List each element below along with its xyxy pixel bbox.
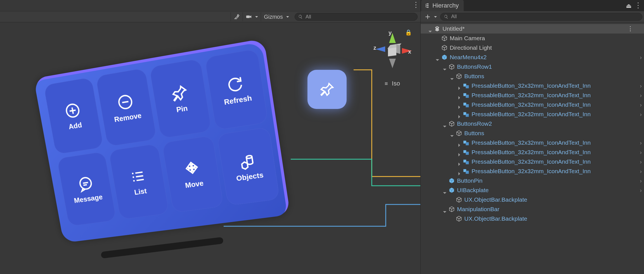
- foldout-toggle[interactable]: [458, 140, 462, 145]
- scene-viewport[interactable]: 🔒 y x z Iso Add Remove Pin Refresh Messa…: [0, 22, 420, 274]
- open-prefab-icon[interactable]: ›: [640, 110, 642, 119]
- hierarchy-row[interactable]: NearMenu4x2›: [421, 53, 644, 62]
- foldout-toggle[interactable]: [458, 93, 462, 97]
- foldout-toggle[interactable]: [428, 27, 433, 31]
- hierarchy-row[interactable]: Main Camera: [421, 34, 644, 43]
- menu-button-remove[interactable]: Remove: [96, 68, 157, 147]
- near-menu-object[interactable]: Add Remove Pin Refresh Message List Move…: [42, 59, 277, 232]
- camera-dropdown-button[interactable]: [243, 12, 261, 21]
- hierarchy-row-label: Buttons: [464, 72, 484, 81]
- open-prefab-icon[interactable]: ›: [640, 100, 642, 109]
- hierarchy-row[interactable]: Directional Light: [421, 43, 644, 53]
- hierarchy-row-label: PressableButton_32x32mm_IconAndText_Inn: [472, 157, 591, 166]
- foldout-toggle[interactable]: [458, 112, 462, 116]
- foldout-toggle[interactable]: [450, 197, 455, 202]
- move-icon: [182, 159, 202, 178]
- unlock-icon[interactable]: ⏏: [626, 2, 632, 9]
- foldout-toggle[interactable]: [436, 55, 440, 59]
- open-prefab-icon[interactable]: ›: [640, 157, 642, 166]
- menu-button-move[interactable]: Move: [162, 135, 224, 213]
- go-icon: [456, 216, 462, 222]
- menu-button-objects[interactable]: Objects: [217, 127, 280, 206]
- hierarchy-toolbar: ＋ All: [421, 11, 644, 22]
- foldout-toggle[interactable]: [458, 159, 462, 164]
- search-icon: [444, 15, 448, 19]
- hierarchy-row[interactable]: Untitled*⋮: [421, 24, 644, 34]
- lock-icon[interactable]: 🔒: [405, 29, 412, 36]
- hierarchy-row[interactable]: PressableButton_32x32mm_IconAndText_Inn›: [421, 90, 644, 100]
- foldout-toggle[interactable]: [436, 46, 440, 50]
- open-prefab-icon[interactable]: ›: [640, 186, 642, 195]
- hierarchy-row[interactable]: PressableButton_32x32mm_IconAndText_Inn›: [421, 81, 644, 90]
- hierarchy-row[interactable]: Buttons: [421, 128, 644, 138]
- foldout-toggle[interactable]: [443, 121, 448, 126]
- hierarchy-row[interactable]: UIBackplate›: [421, 185, 644, 195]
- open-prefab-icon[interactable]: ›: [640, 91, 642, 100]
- hierarchy-row[interactable]: PressableButton_32x32mm_IconAndText_Inn›: [421, 138, 644, 147]
- hierarchy-row[interactable]: PressableButton_32x32mm_IconAndText_Inn›: [421, 166, 644, 176]
- hierarchy-row[interactable]: ButtonPin›: [421, 176, 644, 185]
- menu-button-list[interactable]: List: [108, 144, 169, 220]
- create-dropdown-button[interactable]: ＋: [422, 11, 438, 22]
- hierarchy-row[interactable]: PressableButton_32x32mm_IconAndText_Inn›: [421, 147, 644, 157]
- orientation-gizmo[interactable]: 🔒 y x z Iso: [370, 28, 409, 84]
- message-icon: [76, 175, 95, 193]
- camera-icon: [246, 14, 252, 20]
- hierarchy-row[interactable]: UX.ObjectBar.Backplate: [421, 195, 644, 204]
- axis-neg-y-cone[interactable]: [389, 59, 396, 68]
- menu-button-label: Objects: [236, 171, 264, 183]
- foldout-toggle[interactable]: [436, 36, 440, 40]
- foldout-toggle[interactable]: [458, 169, 462, 173]
- open-prefab-icon[interactable]: ›: [640, 81, 642, 90]
- foldout-toggle[interactable]: [443, 65, 448, 69]
- scene-pane-menu-icon[interactable]: ⋮: [412, 1, 419, 9]
- hierarchy-row[interactable]: Buttons: [421, 72, 644, 81]
- search-icon: [298, 15, 303, 19]
- open-prefab-icon[interactable]: ›: [640, 138, 642, 147]
- hierarchy-pane-menu-icon[interactable]: ⋮: [634, 1, 642, 10]
- minus-circle-icon: [115, 92, 135, 112]
- hierarchy-row[interactable]: PressableButton_32x32mm_IconAndText_Inn›: [421, 157, 644, 166]
- axis-z-cone[interactable]: [376, 46, 385, 52]
- open-prefab-icon[interactable]: ›: [640, 53, 642, 62]
- hierarchy-row-label: PressableButton_32x32mm_IconAndText_Inn: [472, 167, 591, 176]
- scene-search-input[interactable]: All: [295, 13, 418, 21]
- hierarchy-row[interactable]: PressableButton_32x32mm_IconAndText_Inn›: [421, 109, 644, 119]
- hierarchy-row[interactable]: PressableButton_32x32mm_IconAndText_Inn›: [421, 100, 644, 109]
- pin-button-object[interactable]: [307, 70, 347, 109]
- hierarchy-row[interactable]: ButtonsRow2: [421, 119, 644, 128]
- tools-toggle-button[interactable]: [231, 12, 243, 21]
- nested-icon: [463, 140, 469, 146]
- nested-icon: [463, 149, 469, 155]
- gizmo-cube[interactable]: [388, 47, 396, 56]
- scene-icon: [434, 26, 440, 32]
- foldout-toggle[interactable]: [458, 103, 462, 107]
- hierarchy-row[interactable]: UX.ObjectBar.Backplate: [421, 214, 644, 223]
- hierarchy-row-label: ManipulationBar: [457, 205, 499, 214]
- hierarchy-row[interactable]: ButtonsRow1: [421, 62, 644, 72]
- open-prefab-icon[interactable]: ›: [640, 148, 642, 157]
- foldout-toggle[interactable]: [458, 150, 462, 154]
- menu-button-refresh[interactable]: Refresh: [205, 49, 268, 130]
- open-prefab-icon[interactable]: ›: [640, 176, 642, 185]
- foldout-toggle[interactable]: [458, 84, 462, 88]
- go-icon: [449, 206, 455, 212]
- row-menu-icon[interactable]: ⋮: [627, 24, 633, 33]
- hierarchy-row-label: PressableButton_32x32mm_IconAndText_Inn: [472, 110, 591, 119]
- hierarchy-search-input[interactable]: All: [440, 13, 642, 21]
- foldout-toggle[interactable]: [443, 188, 448, 192]
- menu-button-label: Remove: [113, 111, 142, 124]
- open-prefab-icon[interactable]: ›: [640, 167, 642, 176]
- foldout-toggle[interactable]: [443, 207, 448, 211]
- projection-toggle[interactable]: Iso: [385, 80, 400, 87]
- foldout-toggle[interactable]: [450, 131, 455, 135]
- foldout-toggle[interactable]: [450, 74, 455, 78]
- manipulation-bar-object[interactable]: [101, 237, 224, 258]
- foldout-toggle[interactable]: [443, 178, 448, 183]
- hierarchy-row[interactable]: ManipulationBar: [421, 204, 644, 214]
- prefab-icon: [449, 187, 455, 193]
- hierarchy-tab[interactable]: Hierarchy: [421, 0, 464, 11]
- foldout-toggle[interactable]: [450, 216, 455, 221]
- gizmos-dropdown-button[interactable]: Gizmos: [261, 12, 292, 21]
- menu-button-pin[interactable]: Pin: [149, 58, 212, 139]
